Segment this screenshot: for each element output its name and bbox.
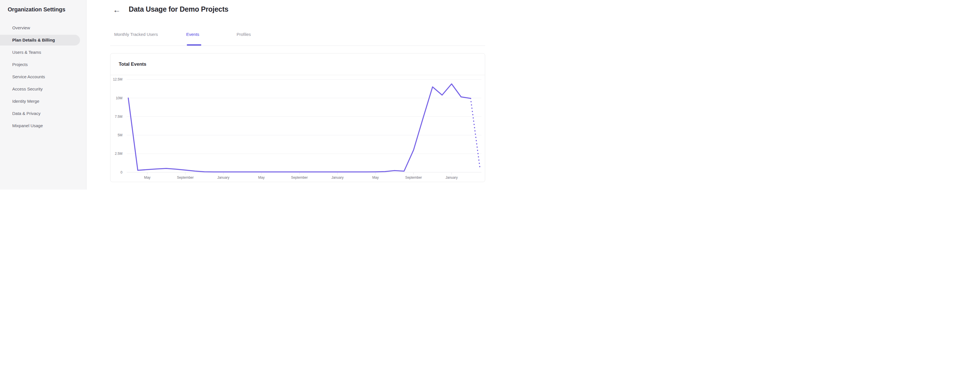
total-events-line-chart: 02.5M5M7.5M10M12.5MMaySeptemberJanuaryMa… bbox=[110, 75, 485, 182]
total-events-card: Total Events 02.5M5M7.5M10M12.5MMaySepte… bbox=[110, 53, 485, 182]
x-axis-label: September bbox=[405, 176, 422, 179]
y-axis-label: 0 bbox=[121, 170, 123, 174]
x-axis-label: May bbox=[144, 176, 151, 179]
back-button[interactable]: ← bbox=[111, 5, 122, 15]
events-line-projected bbox=[471, 98, 480, 169]
x-axis-label: September bbox=[291, 176, 308, 179]
sidebar-item-identity-merge[interactable]: Identity Merge bbox=[0, 95, 86, 107]
tab-events[interactable]: Events bbox=[186, 32, 199, 37]
y-axis-label: 5M bbox=[118, 133, 123, 137]
events-line bbox=[129, 84, 471, 172]
x-axis-label: January bbox=[445, 176, 458, 179]
sidebar-item-mixpanel-usage[interactable]: Mixpanel Usage bbox=[0, 119, 86, 132]
back-arrow-icon: ← bbox=[113, 6, 121, 14]
y-axis-label: 12.5M bbox=[113, 78, 123, 81]
chart-title: Total Events bbox=[119, 62, 146, 67]
y-axis-label: 7.5M bbox=[115, 115, 123, 119]
x-axis-label: September bbox=[177, 176, 194, 179]
sidebar: Organization Settings Overview Plan Deta… bbox=[0, 0, 87, 189]
tabs-divider bbox=[110, 46, 485, 46]
sidebar-item-access-security[interactable]: Access Security bbox=[0, 83, 86, 95]
tab-monthly-tracked-users[interactable]: Monthly Tracked Users bbox=[114, 32, 158, 37]
x-axis-label: May bbox=[258, 176, 265, 179]
sidebar-title: Organization Settings bbox=[8, 6, 65, 13]
y-axis-label: 10M bbox=[116, 96, 123, 100]
tab-profiles[interactable]: Profiles bbox=[237, 32, 251, 37]
x-axis-label: January bbox=[217, 176, 229, 179]
sidebar-item-plan-details-billing[interactable]: Plan Details & Billing bbox=[0, 35, 80, 46]
sidebar-item-data-privacy[interactable]: Data & Privacy bbox=[0, 107, 86, 119]
page-title: Data Usage for Demo Projects bbox=[129, 5, 228, 13]
x-axis-label: January bbox=[331, 176, 344, 179]
sidebar-item-service-accounts[interactable]: Service Accounts bbox=[0, 71, 86, 83]
x-axis-label: May bbox=[372, 176, 379, 179]
sidebar-item-projects[interactable]: Projects bbox=[0, 58, 86, 71]
sidebar-nav: Overview Plan Details & Billing Users & … bbox=[0, 22, 86, 132]
sidebar-item-users-teams[interactable]: Users & Teams bbox=[0, 46, 86, 58]
y-axis-label: 2.5M bbox=[115, 152, 123, 155]
sidebar-item-overview[interactable]: Overview bbox=[0, 22, 86, 34]
